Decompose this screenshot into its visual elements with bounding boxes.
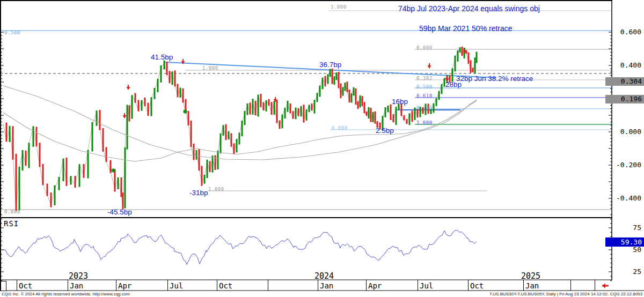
fib-ratio-label: 1.000 (331, 4, 347, 10)
candle-bar (182, 88, 184, 103)
candle-bar (191, 121, 192, 147)
candle-bar (207, 160, 208, 178)
candle-bar (334, 76, 335, 85)
swing-price-label[interactable]: 41.5bp (151, 53, 173, 61)
month-divider (570, 280, 571, 291)
candle-bar (217, 151, 219, 169)
candle-bar (468, 53, 470, 64)
swing-price-label[interactable]: -31bp (189, 189, 208, 197)
candle-bar (122, 192, 124, 209)
candle-bar (215, 155, 216, 170)
fib-ratio-label: 1.000 (416, 120, 433, 125)
chart-canvas[interactable] (0, 0, 644, 297)
month-divider (268, 280, 268, 291)
candle-bar (250, 102, 251, 114)
candle-bar (355, 88, 357, 105)
candle-bar (260, 94, 262, 107)
month-divider (418, 280, 418, 291)
candle-bar (25, 151, 27, 166)
buy-signal-cross-icon (111, 168, 115, 173)
candle-bar (317, 93, 318, 102)
year-label: 2025 (521, 271, 540, 281)
candle-bar (441, 84, 443, 94)
sell-signal-arrow-icon (127, 85, 130, 90)
candle-bar (96, 110, 98, 126)
candle-bar (157, 79, 159, 92)
candle-bar (63, 159, 64, 182)
candle-bar (193, 144, 195, 160)
candle-bar (357, 101, 359, 109)
candle-bar (414, 108, 416, 120)
candle-bar (409, 113, 411, 125)
candle-bar (196, 150, 197, 160)
swing-price-label[interactable]: 2.5bp (376, 127, 394, 135)
swing-price-label[interactable]: 36.7bp (319, 61, 341, 69)
candle-bar (75, 176, 76, 188)
candle-bar (404, 115, 405, 121)
month-label: Apr (368, 281, 382, 290)
candle-bar (470, 60, 472, 73)
time-axis-right-edge (595, 280, 595, 291)
candle-bar (372, 112, 374, 122)
candle-bar (406, 119, 408, 124)
candle-bar (325, 76, 326, 87)
candle-bar (79, 164, 80, 187)
time-scrollbar-handle[interactable] (1, 281, 6, 291)
swing-price-label[interactable]: 28bp (445, 80, 462, 88)
candle-bar (301, 106, 302, 117)
month-divider (468, 280, 469, 291)
candle-bar (199, 149, 200, 170)
candle-bar (54, 185, 56, 205)
price-axis-tick-label: 0.000 (609, 128, 641, 136)
annotation-swings-objective[interactable]: 74bp Jul 2023-Apr 2024 equals swings obj (398, 4, 540, 13)
candle-bar (330, 69, 331, 77)
cqg-chart-window: 74bp Jul 2023-Apr 2024 equals swings obj… (0, 0, 644, 297)
swing-price-label[interactable]: 32bp Jun 38.2% retrace (456, 75, 533, 83)
candle-bar (180, 87, 181, 98)
month-divider (68, 280, 68, 291)
candle-bar (127, 105, 128, 149)
candle-bar (322, 78, 324, 90)
month-divider (217, 280, 217, 291)
price-axis-tick-label: 0.600 (609, 28, 641, 36)
scroll-left-arrow-icon[interactable] (602, 284, 609, 288)
candle-bar (295, 108, 297, 120)
candle-bar (148, 103, 149, 116)
candle-bar (103, 128, 104, 152)
candle-bar (138, 100, 140, 111)
candle-bar (279, 121, 281, 129)
candle-bar (12, 126, 14, 159)
candle-bar (16, 154, 17, 211)
candle-bar (241, 121, 243, 136)
candle-bar (141, 100, 143, 111)
rsi-line (3, 231, 477, 265)
price-axis-tick-label: -0.200 (609, 161, 641, 169)
month-divider (523, 280, 524, 291)
candle-bar (271, 102, 273, 115)
candle-bar (6, 122, 8, 142)
candle-bar (131, 95, 133, 118)
candle-bar (433, 103, 435, 113)
price-axis-tick-label: 0.400 (609, 61, 641, 69)
fib-ratio-label: 0.000 (416, 45, 433, 50)
rsi-axis-tick-label: 50 (609, 246, 641, 254)
candle-bar (276, 100, 278, 123)
candle-bar (188, 111, 189, 125)
candle-bar (83, 164, 85, 178)
candle-bar (135, 93, 136, 103)
month-divider (116, 280, 116, 291)
candle-bar (284, 108, 286, 118)
buy-signal-cross-icon (183, 109, 187, 114)
swing-price-label[interactable]: 16bp (392, 98, 408, 106)
candle-bar (327, 74, 329, 84)
candle-bar (368, 107, 370, 118)
status-bar-symbol-info: T.US.BUS30Y-T.US.BUS05Y, Daily | Fri Aug… (489, 292, 642, 296)
swing-price-label[interactable]: -45.5bp (107, 208, 132, 216)
candle-bar (66, 158, 68, 186)
candle-bar (370, 108, 372, 122)
candle-bar (144, 98, 146, 106)
candle-bar (99, 110, 101, 130)
annotation-2021-retrace[interactable]: 59bp Mar 2021 50% retrace (419, 24, 513, 33)
candle-bar (118, 177, 119, 189)
candle-bar (92, 122, 93, 152)
